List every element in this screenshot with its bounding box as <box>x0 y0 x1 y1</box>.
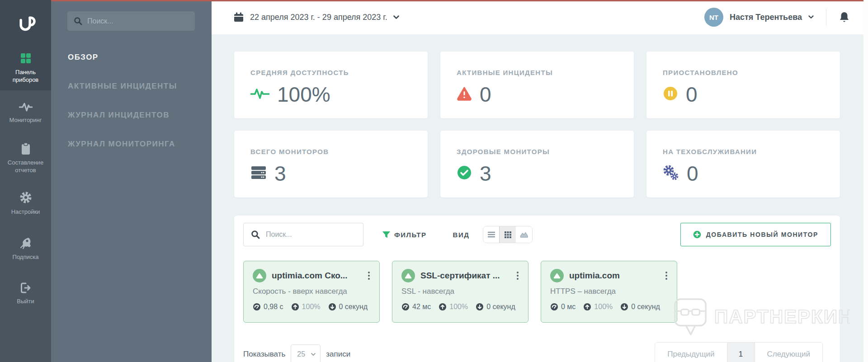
main-area: 22 апреля 2023 г. - 29 апреля 2023 г. NT… <box>212 0 868 362</box>
monitor-card[interactable]: uptimia.com Ско... Скорость - вверх навс… <box>243 261 380 323</box>
filter-label: ФИЛЬТР <box>394 231 427 239</box>
rail-item-logout[interactable]: Выйти <box>0 271 51 316</box>
dashboard-icon <box>19 52 32 65</box>
next-page-button[interactable]: Следующий <box>755 343 822 362</box>
stats-grid: СРЕДНЯЯ ДОСТУПНОСТЬ 100% АКТИВНЫЕ ИНЦИДЕ… <box>234 52 840 197</box>
current-page-button[interactable]: 1 <box>727 343 755 362</box>
view-chart-button[interactable] <box>516 226 532 243</box>
sidebar-item-overview[interactable]: ОБЗОР <box>51 43 212 72</box>
stat-card-healthy-monitors: ЗДОРОВЫЕ МОНИТОРЫ 3 <box>440 131 634 197</box>
arrow-down-circle-icon <box>620 303 628 311</box>
arrow-up-circle-icon <box>291 303 299 311</box>
search-icon <box>74 17 82 25</box>
stat-card-maintenance: НА ТЕХОБСЛУЖИВАНИИ <box>646 131 840 197</box>
monitors-panel: ФИЛЬТР ВИД <box>234 216 840 362</box>
rail-item-reports[interactable]: Составление отчетов <box>0 136 51 181</box>
previous-page-button[interactable]: Предыдущий <box>655 343 726 362</box>
monitor-title: uptimia.com Ско... <box>272 271 360 281</box>
check-circle-icon <box>457 165 472 182</box>
rail-item-label: Панель приборов <box>3 69 48 84</box>
monitor-subtitle: HTTPS – навсегда <box>550 287 670 296</box>
bell-icon <box>839 11 850 23</box>
filter-button[interactable]: ФИЛЬТР <box>382 231 427 239</box>
chevron-down-icon <box>311 353 316 356</box>
monitor-subtitle: SSL - навсегда <box>401 287 521 296</box>
response-time-stat: 42 мс <box>401 303 431 311</box>
warning-triangle-icon <box>457 86 472 103</box>
view-list-button[interactable] <box>483 226 500 243</box>
topbar: 22 апреля 2023 г. - 29 апреля 2023 г. NT… <box>212 0 868 34</box>
rail-item-monitoring[interactable]: Мониторинг <box>0 90 51 136</box>
app-logo[interactable] <box>0 0 51 45</box>
add-monitor-label: ДОБАВИТЬ НОВЫЙ МОНИТОР <box>706 231 818 238</box>
stat-value: 100% <box>277 82 330 107</box>
rail-item-label: Мониторинг <box>9 117 42 124</box>
user-menu[interactable]: NT Настя Терентьева <box>704 8 814 27</box>
date-range-picker[interactable]: 22 апреля 2023 г. - 29 апреля 2023 г. <box>233 12 399 23</box>
stat-label: ЗДОРОВЫЕ МОНИТОРЫ <box>457 148 618 155</box>
stat-label: ВСЕГО МОНИТОРОВ <box>250 148 411 155</box>
page-size-select[interactable]: 25 <box>291 344 321 362</box>
monitors-search-input[interactable] <box>266 230 356 239</box>
sidebar-search-input[interactable] <box>87 17 189 25</box>
show-label: Показывать <box>243 350 285 359</box>
section-sidebar: ОБЗОР АКТИВНЫЕ ИНЦИДЕНТЫ ЖУРНАЛ ИНЦИДЕНТ… <box>51 0 212 362</box>
plus-circle-icon <box>693 230 701 239</box>
logout-icon <box>19 282 32 294</box>
view-grid-button[interactable] <box>500 226 516 243</box>
rail-item-label: Настройки <box>11 208 40 216</box>
chart-view-icon <box>520 231 528 238</box>
stat-card-availability: СРЕДНЯЯ ДОСТУПНОСТЬ 100% <box>234 52 428 118</box>
pause-circle-icon <box>663 86 678 103</box>
pagination: Предыдущий 1 Следующий <box>655 342 823 362</box>
icon-rail: Панель приборов Мониторинг Составление о… <box>0 0 51 362</box>
rail-item-settings[interactable]: Настройки <box>0 181 51 226</box>
grid-view-icon <box>504 231 512 239</box>
response-time-stat: 0 мс <box>550 303 576 311</box>
monitoring-icon <box>19 102 33 113</box>
stat-value: 0 <box>687 161 698 186</box>
monitors-toolbar: ФИЛЬТР ВИД <box>243 223 831 246</box>
stat-label: СРЕДНЯЯ ДОСТУПНОСТЬ <box>250 69 411 76</box>
stat-label: АКТИВНЫЕ ИНЦИДЕНТЫ <box>457 69 618 76</box>
arrow-up-circle-icon <box>583 303 591 311</box>
arrow-down-circle-icon <box>328 303 336 311</box>
gauge-icon <box>550 303 558 311</box>
rail-item-label: Составление отчетов <box>3 159 48 174</box>
status-up-icon <box>550 269 564 282</box>
gauge-icon <box>253 303 261 311</box>
add-monitor-button[interactable]: ДОБАВИТЬ НОВЫЙ МОНИТОР <box>680 223 831 246</box>
rail-item-dashboard[interactable]: Панель приборов <box>0 45 51 90</box>
sidebar-menu: ОБЗОР АКТИВНЫЕ ИНЦИДЕНТЫ ЖУРНАЛ ИНЦИДЕНТ… <box>51 43 212 159</box>
dashboard-content: СРЕДНЯЯ ДОСТУПНОСТЬ 100% АКТИВНЫЕ ИНЦИДЕ… <box>212 34 868 362</box>
downtime-stat: 0 секунд <box>620 303 660 311</box>
arrow-down-circle-icon <box>476 303 484 311</box>
stat-value: 3 <box>480 161 491 186</box>
downtime-stat: 0 секунд <box>476 303 515 311</box>
records-label: записи <box>326 350 350 359</box>
scrollbar-track[interactable] <box>863 0 868 362</box>
kebab-menu-icon[interactable] <box>663 270 670 281</box>
servers-icon <box>250 165 267 182</box>
view-toggle-group <box>483 226 533 243</box>
monitor-card[interactable]: SSL-сертификат ... SSL - навсегда <box>392 261 528 323</box>
kebab-menu-icon[interactable] <box>366 270 372 281</box>
subscription-icon <box>19 236 33 249</box>
top-accent-line <box>51 0 868 1</box>
stat-value: 0 <box>686 82 698 107</box>
filter-funnel-icon <box>382 231 390 239</box>
sidebar-item-monitoring-log[interactable]: ЖУРНАЛ МОНИТОРИНГА <box>51 130 212 159</box>
rail-item-subscription[interactable]: Подписка <box>0 226 51 271</box>
monitor-card[interactable]: uptimia.com HTTPS – навсегда <box>541 261 677 323</box>
response-time-stat: 0,98 с <box>253 303 283 311</box>
monitor-subtitle: Скорость - вверх навсегда <box>253 287 372 296</box>
sidebar-item-incident-log[interactable]: ЖУРНАЛ ИНЦИДЕНТОВ <box>51 101 212 130</box>
uptime-stat: 100% <box>583 303 613 311</box>
rail-item-label: Выйти <box>17 298 34 305</box>
sidebar-item-active-incidents[interactable]: АКТИВНЫЕ ИНЦИДЕНТЫ <box>51 72 212 101</box>
kebab-menu-icon[interactable] <box>514 270 521 281</box>
notifications-button[interactable] <box>839 11 850 23</box>
monitor-title: SSL-сертификат ... <box>420 271 509 281</box>
stat-value: 0 <box>480 82 491 107</box>
view-label: ВИД <box>453 231 470 239</box>
